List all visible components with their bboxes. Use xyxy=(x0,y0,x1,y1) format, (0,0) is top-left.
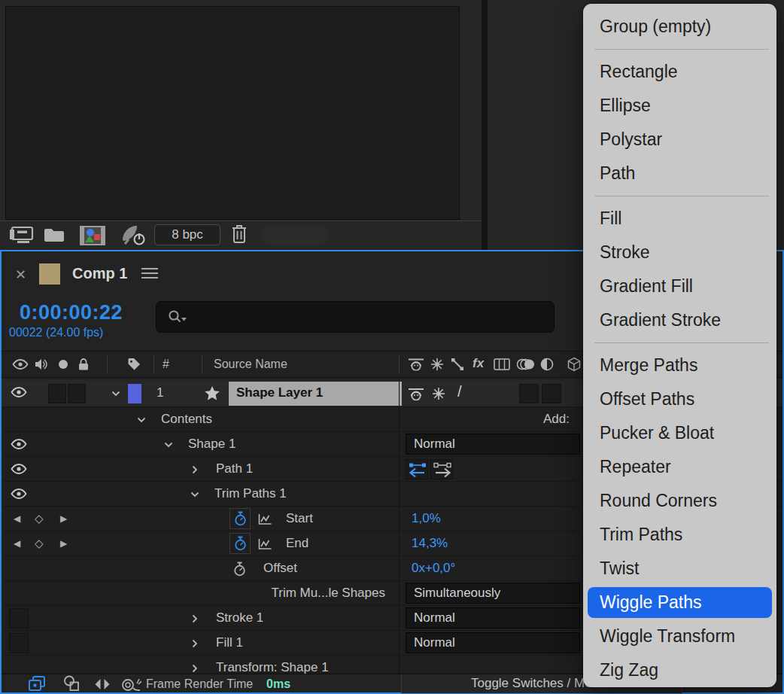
path-direction-normal-button[interactable] xyxy=(430,459,453,479)
effects-icon[interactable]: fx xyxy=(473,356,484,371)
menu-item-gradient-stroke[interactable]: Gradient Stroke xyxy=(583,303,776,337)
chevron-down-icon[interactable] xyxy=(190,492,199,498)
property-value[interactable]: 1,0% xyxy=(412,511,441,526)
eye-icon[interactable] xyxy=(12,359,29,370)
menu-item-fill[interactable]: Fill xyxy=(583,202,776,236)
lock-cell[interactable] xyxy=(68,384,86,403)
property-label[interactable]: End xyxy=(286,536,308,551)
next-keyframe-icon[interactable]: ▶ xyxy=(60,513,67,524)
continuously-rasterize-icon[interactable] xyxy=(451,358,464,371)
shape-group-label[interactable]: Shape 1 xyxy=(188,437,236,452)
menu-item-trim-paths[interactable]: Trim Paths xyxy=(583,518,776,552)
solo-icon[interactable] xyxy=(59,360,68,369)
menu-item-repeater[interactable]: Repeater xyxy=(583,450,776,484)
solo-cell[interactable] xyxy=(48,384,66,403)
next-keyframe-icon[interactable]: ▶ xyxy=(60,538,67,549)
timeline-search-input[interactable] xyxy=(156,301,555,333)
visibility-cell[interactable] xyxy=(9,633,29,653)
quality-icon[interactable]: / xyxy=(457,383,462,400)
project-search-pill[interactable] xyxy=(262,226,328,246)
tab-comp-title[interactable]: Comp 1 xyxy=(72,265,127,282)
switch-cell[interactable] xyxy=(542,384,561,403)
expand-transfer-controls-icon[interactable] xyxy=(63,675,80,692)
close-icon[interactable]: ✕ xyxy=(15,266,26,283)
trim-multiple-shapes-dropdown[interactable]: Simultaneously xyxy=(406,583,580,604)
add-keyframe-icon[interactable]: ◇ xyxy=(35,537,44,550)
panel-menu-icon[interactable] xyxy=(141,268,158,282)
column-index[interactable]: # xyxy=(163,358,169,371)
collapse-transformations-icon[interactable] xyxy=(432,387,445,400)
layer-color-swatch[interactable] xyxy=(128,384,141,403)
previous-keyframe-icon[interactable]: ◀ xyxy=(14,538,20,549)
blend-mode-dropdown[interactable]: Normal xyxy=(406,632,580,653)
bit-depth-button[interactable]: 8 bpc xyxy=(154,224,220,245)
menu-item-rectangle[interactable]: Rectangle xyxy=(583,55,776,89)
expand-layer-switches-icon[interactable] xyxy=(27,675,47,693)
visibility-toggle[interactable] xyxy=(11,439,27,449)
switch-cell[interactable] xyxy=(519,384,539,403)
label-tag-icon[interactable] xyxy=(126,357,141,372)
menu-item-stroke[interactable]: Stroke xyxy=(583,236,776,269)
chevron-down-icon[interactable] xyxy=(164,442,173,448)
property-value[interactable]: 0x+0,0° xyxy=(412,561,455,576)
chevron-right-icon[interactable] xyxy=(192,639,198,648)
audio-icon[interactable] xyxy=(35,358,47,370)
graph-icon[interactable] xyxy=(257,513,272,525)
chevron-down-icon[interactable] xyxy=(111,391,120,397)
menu-item-wiggle-transform[interactable]: Wiggle Transform xyxy=(583,619,776,653)
menu-item-wiggle-paths[interactable]: Wiggle Paths xyxy=(588,587,772,618)
transform-label[interactable]: Transform: Shape 1 xyxy=(216,660,329,675)
menu-item-offset-paths[interactable]: Offset Paths xyxy=(583,382,776,416)
trim-paths-label[interactable]: Trim Paths 1 xyxy=(214,486,287,501)
stroke-label[interactable]: Stroke 1 xyxy=(216,610,263,626)
blend-mode-dropdown[interactable]: Normal xyxy=(406,434,580,455)
menu-item-group-empty[interactable]: Group (empty) xyxy=(583,10,776,44)
project-items-area[interactable] xyxy=(5,6,460,220)
property-value[interactable]: 14,3% xyxy=(412,536,448,551)
menu-item-ellipse[interactable]: Ellipse xyxy=(583,89,776,123)
new-composition-icon[interactable] xyxy=(80,226,105,245)
blend-mode-dropdown[interactable]: Normal xyxy=(406,607,580,629)
fill-label[interactable]: Fill 1 xyxy=(216,635,243,650)
current-time-display[interactable]: 0:00:00:22 xyxy=(20,301,123,324)
motion-blur-icon[interactable] xyxy=(516,358,536,371)
contents-label[interactable]: Contents xyxy=(161,412,212,427)
expand-in-out-panes-icon[interactable] xyxy=(93,677,111,691)
menu-item-twist[interactable]: Twist xyxy=(583,552,776,586)
chevron-down-icon[interactable] xyxy=(137,417,146,423)
render-time-snail-icon[interactable] xyxy=(119,676,141,692)
add-button[interactable]: Add: xyxy=(543,412,570,427)
menu-item-path[interactable]: Path xyxy=(583,157,776,190)
visibility-cell[interactable] xyxy=(9,608,29,629)
frame-blending-icon[interactable] xyxy=(494,358,510,370)
chevron-right-icon[interactable] xyxy=(192,465,198,474)
previous-keyframe-icon[interactable]: ◀ xyxy=(14,513,20,524)
footage-preview-icon[interactable] xyxy=(9,226,35,244)
add-keyframe-icon[interactable]: ◇ xyxy=(35,512,44,525)
menu-item-round-corners[interactable]: Round Corners xyxy=(583,484,776,518)
stopwatch-icon[interactable] xyxy=(233,562,246,577)
shy-icon[interactable] xyxy=(408,388,424,400)
menu-item-gradient-fill[interactable]: Gradient Fill xyxy=(583,269,776,303)
menu-item-polystar[interactable]: Polystar xyxy=(583,123,776,157)
layer-name[interactable]: Shape Layer 1 xyxy=(236,385,323,400)
lock-icon[interactable] xyxy=(78,358,89,371)
visibility-toggle[interactable] xyxy=(11,387,27,397)
collapse-transformations-icon[interactable] xyxy=(430,358,444,371)
column-source-name[interactable]: Source Name xyxy=(214,358,287,371)
trash-icon[interactable] xyxy=(230,224,248,245)
visibility-toggle[interactable] xyxy=(11,464,27,474)
stopwatch-icon[interactable] xyxy=(229,508,251,529)
menu-item-merge-paths[interactable]: Merge Paths xyxy=(583,349,776,382)
property-label[interactable]: Offset xyxy=(263,561,297,576)
render-engine-icon[interactable] xyxy=(120,224,146,246)
path-label[interactable]: Path 1 xyxy=(216,461,253,476)
adjustment-layer-icon[interactable] xyxy=(540,358,554,371)
panel-divider[interactable] xyxy=(482,0,488,250)
visibility-toggle[interactable] xyxy=(11,489,27,499)
shy-icon[interactable] xyxy=(408,358,424,371)
graph-icon[interactable] xyxy=(257,538,272,550)
menu-item-zig-zag[interactable]: Zig Zag xyxy=(583,653,776,687)
path-direction-reverse-button[interactable] xyxy=(406,459,428,479)
3d-layer-icon[interactable] xyxy=(567,358,581,372)
